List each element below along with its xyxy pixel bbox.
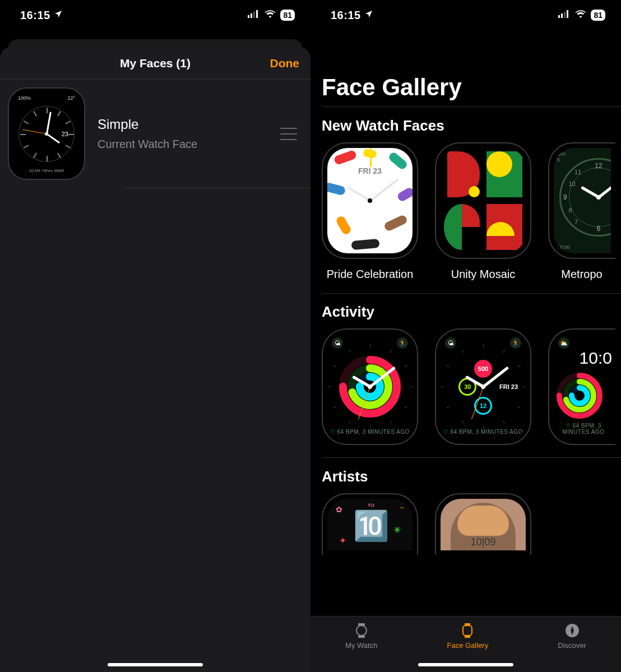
date-label: FRI 23 (499, 383, 518, 390)
watch-face-thumbnail-unity (435, 142, 531, 259)
heart-rate-text: ♡64 BPM, 3 MINUTES AGO (555, 423, 612, 435)
my-faces-sheet: My Faces (1) Done 100% 22° (0, 47, 310, 672)
sheet-title: My Faces (1) (120, 57, 191, 70)
location-icon (54, 10, 63, 21)
face-gallery-icon (459, 622, 476, 639)
gallery-item-metropolitan[interactable]: UVI6 12 6 9 11 10 8 7 (548, 142, 615, 281)
activity-rings-icon (556, 372, 603, 419)
watch-face-thumbnail-activity-1: 🌤 🏃 (322, 328, 418, 445)
compass-icon (564, 622, 581, 639)
battery-indicator: 81 (591, 10, 605, 21)
pride-date: FRI 23 (327, 166, 413, 175)
home-indicator[interactable] (418, 663, 513, 666)
watch-face-thumbnail-activity-3: ⛅ 10:0 ♡64 BPM, 3 MINUTES AGO (548, 328, 615, 445)
wifi-icon (575, 10, 586, 20)
cellular-signal-icon (558, 10, 571, 20)
new-watch-faces-row[interactable]: FRI 23 Pride Celebration (310, 142, 621, 293)
heart-rate-text: ♡64 BPM, 3 MINUTES AGO (326, 429, 414, 435)
home-indicator[interactable] (108, 663, 203, 666)
wifi-icon (265, 10, 276, 20)
svg-rect-1 (251, 13, 252, 18)
complication-bottom: 10:09 +0hrs WAR (12, 168, 81, 173)
svg-rect-4 (558, 15, 560, 18)
stand-subdial: 12 (474, 397, 492, 415)
gallery-item-activity-digital[interactable]: ⛅ 10:0 ♡64 BPM, 3 MINUTES AGO (548, 328, 615, 445)
status-bar: 16:15 81 (310, 0, 621, 30)
workout-icon: 🏃 (397, 337, 408, 349)
artist-time: 10|09 (441, 536, 526, 548)
tab-label: My Watch (345, 641, 377, 650)
status-time: 16:15 (331, 9, 361, 22)
face-gallery-page[interactable]: Face Gallery New Watch Faces FRI 23 (310, 30, 621, 555)
watch-face-thumbnail-pride: FRI 23 (322, 142, 418, 259)
status-time: 16:15 (20, 9, 50, 22)
tab-label: Discover (558, 641, 586, 650)
tab-discover[interactable]: Discover (558, 622, 586, 650)
watch-face-row[interactable]: 100% 22° (0, 80, 310, 188)
watch-face-thumbnail-artist-1: 🔟 ✿ ✳ ✦ ~ ᔓ (322, 493, 418, 555)
heart-rate-text: ♡64 BPM, 3 MINUTES AGO (439, 429, 527, 435)
svg-rect-5 (561, 13, 563, 18)
watch-face-thumbnail-artist-2: 10|09 (435, 493, 531, 555)
section-title-new: New Watch Faces (310, 107, 621, 142)
svg-point-22 (356, 625, 367, 636)
gallery-label: Unity Mosaic (451, 268, 515, 281)
phone-left: 16:15 81 My Faces (1) Done (0, 0, 310, 672)
phone-right: 16:15 81 Face Gallery New Watch Faces (310, 0, 621, 672)
page-title: Face Gallery (310, 30, 621, 106)
battery-indicator: 81 (280, 10, 295, 21)
gallery-item-unity[interactable]: Unity Mosaic (435, 142, 531, 281)
analog-clock-icon: 23 (18, 106, 75, 162)
svg-rect-25 (463, 625, 472, 636)
watch-face-name: Simple (98, 117, 268, 132)
watch-face-thumbnail-simple: 100% 22° (8, 87, 85, 180)
weather-icon: 🌤 (445, 337, 456, 349)
gallery-item-activity-analog[interactable]: 🌤 🏃 (322, 328, 418, 445)
complication-battery: 100% (18, 95, 31, 101)
svg-rect-7 (567, 10, 568, 18)
reorder-handle-icon[interactable] (280, 128, 297, 140)
section-title-activity: Activity (310, 293, 621, 328)
watch-face-thumbnail-activity-2: 🌤 🏃 500 30 12 FRI 23 ♡64 BPM, 3 MINUTES … (435, 328, 531, 445)
sheet-header: My Faces (1) Done (0, 47, 310, 80)
artists-row[interactable]: 🔟 ✿ ✳ ✦ ~ ᔓ 10|09 (310, 493, 621, 555)
tab-label: Face Gallery (447, 641, 489, 650)
weather-icon: 🌤 (332, 337, 343, 349)
status-bar: 16:15 81 (0, 0, 310, 30)
done-button[interactable]: Done (270, 57, 300, 70)
watch-icon (353, 622, 370, 639)
gallery-item-artist-1[interactable]: 🔟 ✿ ✳ ✦ ~ ᔓ (322, 493, 418, 555)
gallery-item-activity-subdials[interactable]: 🌤 🏃 500 30 12 FRI 23 ♡64 BPM, 3 MINUTES … (435, 328, 531, 445)
complication-temp: 22° (67, 95, 75, 101)
svg-rect-2 (253, 12, 255, 18)
watch-face-thumbnail-metropolitan: UVI6 12 6 9 11 10 8 7 (548, 142, 615, 259)
activity-row[interactable]: 🌤 🏃 (310, 328, 621, 457)
weather-icon: ⛅ (558, 337, 569, 349)
watch-face-subtitle: Current Watch Face (98, 138, 268, 151)
gallery-label: Pride Celebration (327, 268, 414, 281)
move-subdial: 500 (474, 360, 492, 378)
section-title-artists: Artists (310, 458, 621, 493)
gallery-item-artist-2[interactable]: 10|09 (435, 493, 531, 555)
digital-time: 10:0 (580, 349, 612, 368)
svg-rect-6 (564, 12, 566, 18)
complication-date: 23 (62, 131, 68, 137)
location-icon (364, 10, 373, 21)
gallery-label: Metropo (561, 268, 602, 281)
workout-icon: 🏃 (510, 337, 521, 349)
svg-rect-3 (256, 10, 258, 18)
svg-rect-0 (248, 15, 249, 18)
tab-my-watch[interactable]: My Watch (345, 622, 377, 650)
cellular-signal-icon (248, 10, 260, 20)
gallery-item-pride[interactable]: FRI 23 Pride Celebration (322, 142, 418, 281)
tab-face-gallery[interactable]: Face Gallery (447, 622, 489, 650)
